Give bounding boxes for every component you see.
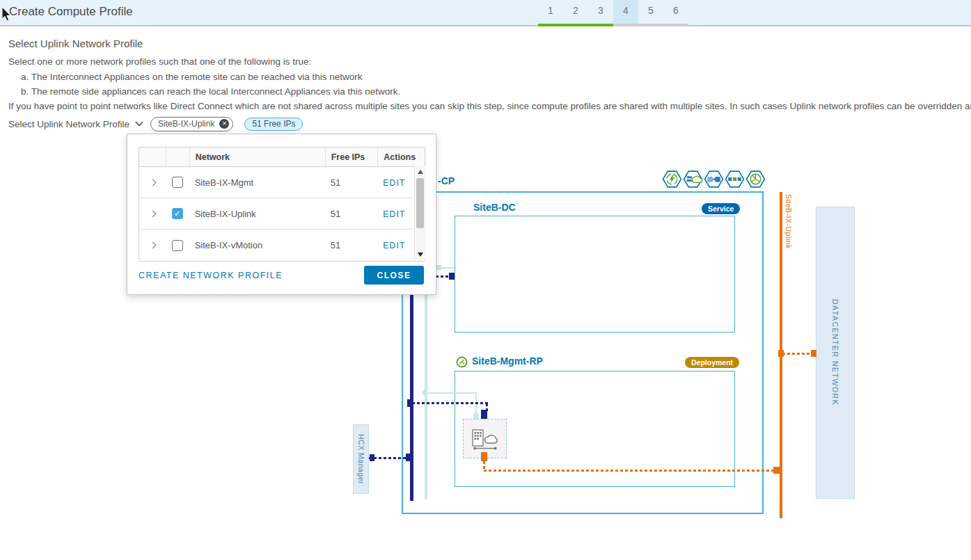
hcx-manager-port — [370, 454, 374, 461]
orange-line-node — [778, 350, 784, 357]
step-5[interactable]: 5 — [638, 0, 663, 26]
step-3[interactable]: 3 — [588, 0, 613, 26]
scroll-down-icon[interactable] — [418, 253, 423, 257]
actions-column-header: Actions — [377, 147, 425, 166]
navy-connector-node — [449, 273, 455, 280]
siteb-dc-box — [455, 216, 735, 333]
service-badge: Service — [702, 203, 740, 214]
table-row-siteb-ix-mgmt: SiteB-IX-Mgmt 51 EDIT — [139, 167, 425, 198]
table-header-row: Network Free IPs Actions — [139, 147, 425, 167]
scrollbar-thumb[interactable] — [416, 178, 424, 228]
step-1[interactable]: 1 — [538, 0, 563, 26]
page-title: Create Compute Profile — [9, 5, 133, 19]
teal-connector-node — [436, 265, 441, 270]
datacenter-network-box: DATACENTER NETWORK — [816, 207, 855, 499]
cp-box-label: -CP — [438, 175, 455, 186]
network-profile-popup: Network Free IPs Actions SiteB-IX-Mgmt 5… — [127, 134, 436, 295]
network-column-header: Network — [189, 147, 325, 166]
mgmt-network-line — [410, 273, 413, 501]
network-name: SiteB-IX-vMotion — [189, 240, 325, 250]
step-2[interactable]: 2 — [563, 0, 588, 26]
hcx-manager-box: HCX Manager — [353, 424, 369, 494]
create-network-profile-link[interactable]: CREATE NETWORK PROFILE — [139, 271, 283, 280]
table-row-siteb-ix-vmotion: SiteB-IX-vMotion 51 EDIT — [139, 230, 425, 261]
deployment-badge: Deployment — [685, 357, 739, 368]
teal-appliance-port — [473, 413, 478, 419]
step-6[interactable]: 6 — [663, 0, 688, 26]
uplink-network-line-label: SiteB-IX-Uplink — [784, 194, 793, 249]
intro-text: Select one or more network profiles such… — [8, 56, 311, 67]
teal-connector-appliance-h — [425, 392, 477, 394]
progress-bar-remaining — [613, 24, 688, 26]
orange-appliance-port — [481, 452, 487, 461]
uplink-profile-selector: Select Uplink Network Profile SiteB-IX-U… — [8, 115, 303, 132]
edit-link[interactable]: EDIT — [383, 178, 405, 188]
network-extension-icon — [704, 169, 724, 189]
free-ips-value: 51 — [325, 177, 378, 188]
table-row-siteb-ix-uplink: ✓ SiteB-IX-Uplink 51 EDIT — [139, 198, 425, 230]
progress-bar-complete — [538, 24, 613, 26]
skip-step-note: If you have point to point networks like… — [8, 101, 971, 111]
expand-row-icon[interactable] — [150, 210, 157, 217]
row-checkbox[interactable] — [172, 240, 183, 251]
network-profile-table: Network Free IPs Actions SiteB-IX-Mgmt 5… — [139, 147, 425, 262]
checkbox-column-header — [166, 147, 189, 166]
orange-uplink-node — [773, 467, 780, 474]
bullet-b: b. The remote side appliances can reach … — [21, 86, 400, 97]
row-checkbox-checked[interactable]: ✓ — [172, 208, 183, 219]
hcx-trunk-node — [406, 454, 411, 461]
bullet-a: a. The Interconnect Appliances on the re… — [21, 72, 363, 82]
cloud-migration-icon — [683, 169, 703, 189]
scroll-up-icon[interactable] — [418, 170, 423, 174]
chip-remove-icon[interactable]: × — [219, 119, 229, 129]
hcx-service-icons — [662, 169, 766, 189]
orange-datacenter-node — [811, 350, 816, 357]
traffic-engineering-icon — [745, 169, 766, 189]
orange-connector-h — [484, 470, 780, 472]
expand-row-icon[interactable] — [150, 242, 157, 249]
teal-elbow-node — [423, 390, 427, 395]
edit-link[interactable]: EDIT — [383, 241, 405, 250]
chip-label: SiteB-IX-Uplink — [158, 119, 214, 129]
siteb-mgmt-rp-label: SiteB-Mgmt-RP — [472, 355, 543, 367]
replication-icon — [662, 169, 682, 189]
network-name: SiteB-IX-Mgmt — [189, 177, 325, 188]
row-checkbox[interactable] — [172, 177, 183, 188]
expand-column-header — [139, 147, 166, 166]
wizard-header: Create Compute Profile 1 2 3 4 5 6 — [0, 0, 971, 26]
datacenter-network-label: DATACENTER NETWORK — [831, 299, 839, 406]
chevron-down-icon[interactable] — [135, 121, 143, 127]
free-ips-value: 51 — [325, 209, 378, 219]
selected-profile-chip[interactable]: SiteB-IX-Uplink × — [150, 117, 233, 131]
network-name: SiteB-IX-Uplink — [189, 209, 325, 219]
selector-label[interactable]: Select Uplink Network Profile — [8, 119, 129, 129]
wan-optimization-icon — [725, 169, 745, 189]
table-scrollbar[interactable] — [414, 166, 425, 260]
wizard-step-indicator: 1 2 3 4 5 6 — [538, 0, 688, 26]
mouse-cursor-icon — [1, 6, 13, 23]
navy-trunk-node — [407, 399, 413, 407]
section-heading: Select Uplink Network Profile — [8, 38, 143, 49]
create-compute-profile-window: Create Compute Profile 1 2 3 4 5 6 Selec… — [0, 0, 971, 560]
appliance-building-cloud-icon — [470, 426, 500, 451]
step-4-current[interactable]: 4 — [613, 0, 638, 26]
close-button[interactable]: CLOSE — [364, 266, 424, 285]
expand-row-icon[interactable] — [150, 179, 157, 186]
free-ips-value: 51 — [325, 240, 378, 250]
free-ips-badge: 51 Free IPs — [244, 118, 303, 131]
siteb-dc-label: SiteB-DC — [473, 202, 516, 213]
navy-appliance-port — [481, 410, 487, 419]
edit-link[interactable]: EDIT — [383, 209, 405, 219]
vmotion-network-line — [425, 273, 427, 499]
free-ips-column-header: Free IPs — [325, 147, 378, 166]
resource-pool-icon — [456, 356, 468, 368]
navy-connector-appliance-h — [412, 402, 488, 404]
hcx-manager-label: HCX Manager — [357, 434, 365, 484]
